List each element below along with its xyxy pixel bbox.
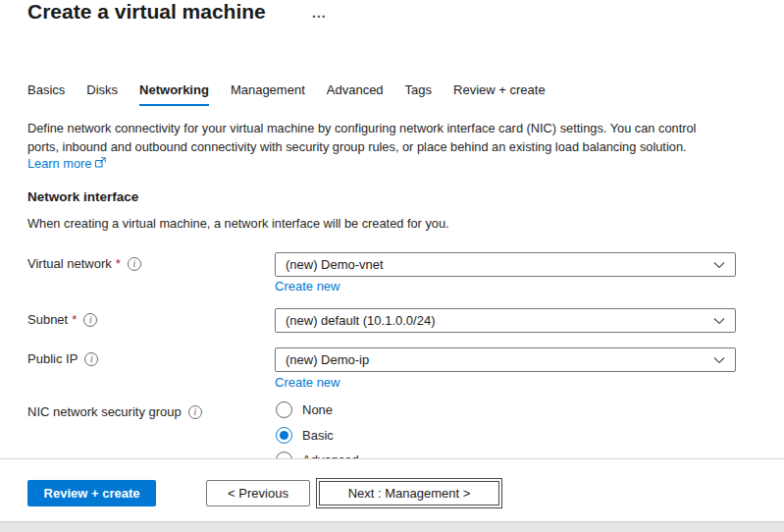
tab-management[interactable]: Management [231,82,305,106]
nic-nsg-label-text: NIC network security group [27,404,182,419]
learn-more-link[interactable]: Learn more [27,156,106,171]
bottom-window-bar [0,521,784,532]
virtual-network-create-new-link[interactable]: Create new [275,279,340,293]
info-icon[interactable]: i [188,405,202,419]
wizard-tabs: Basics Disks Networking Management Advan… [27,82,546,106]
tab-networking[interactable]: Networking [139,82,209,106]
subnet-value: (new) default (10.1.0.0/24) [286,313,435,328]
radio-unchecked-icon [276,452,292,458]
chevron-down-icon [713,313,725,328]
public-ip-value: (new) Demo-ip [286,352,369,367]
networking-description: Define network connectivity for your vir… [27,119,697,156]
tab-advanced[interactable]: Advanced [327,82,384,106]
nsg-option-basic-label: Basic [302,428,334,443]
learn-more-label: Learn more [27,156,91,171]
virtual-network-dropdown[interactable]: (new) Demo-vnet [275,252,736,277]
subnet-label-text: Subnet [27,312,68,327]
chevron-down-icon [713,352,725,367]
tab-disks[interactable]: Disks [86,82,118,106]
review-create-button[interactable]: Review + create [27,480,156,506]
tab-tags[interactable]: Tags [405,82,432,106]
chevron-down-icon [713,257,725,272]
section-note: When creating a virtual machine, a netwo… [27,216,449,231]
virtual-network-value: (new) Demo-vnet [286,257,384,272]
required-asterisk: * [116,256,121,271]
page-content: Create a virtual machine ... Basics Disk… [0,0,784,458]
tab-basics[interactable]: Basics [27,82,65,106]
subnet-label: Subnet * i [27,312,97,327]
section-heading: Network interface [27,189,138,204]
subnet-dropdown[interactable]: (new) default (10.1.0.0/24) [275,308,736,333]
public-ip-label-text: Public IP [27,351,78,366]
radio-unchecked-icon [276,401,292,418]
required-asterisk: * [72,312,77,327]
external-link-icon [95,156,106,171]
virtual-network-label-text: Virtual network [27,256,112,271]
public-ip-dropdown[interactable]: (new) Demo-ip [275,347,736,372]
page-title: Create a virtual machine [27,0,266,24]
info-icon[interactable]: i [83,313,97,327]
footer-divider [0,458,784,459]
info-icon[interactable]: i [84,352,98,366]
nsg-option-basic[interactable]: Basic [276,427,334,444]
more-menu-icon[interactable]: ... [312,5,327,21]
previous-button[interactable]: < Previous [206,480,310,506]
nsg-option-none-label: None [302,402,333,417]
radio-checked-icon [276,427,292,444]
virtual-network-label: Virtual network * i [27,256,141,271]
nsg-option-advanced[interactable]: Advanced [276,452,359,458]
public-ip-label: Public IP i [27,351,98,366]
info-icon[interactable]: i [128,257,141,271]
nic-nsg-label: NIC network security group i [27,404,202,419]
nsg-option-none[interactable]: None [276,401,333,418]
next-management-button[interactable]: Next : Management > [316,478,502,508]
tab-review-create[interactable]: Review + create [453,82,546,106]
public-ip-create-new-link[interactable]: Create new [275,375,340,390]
